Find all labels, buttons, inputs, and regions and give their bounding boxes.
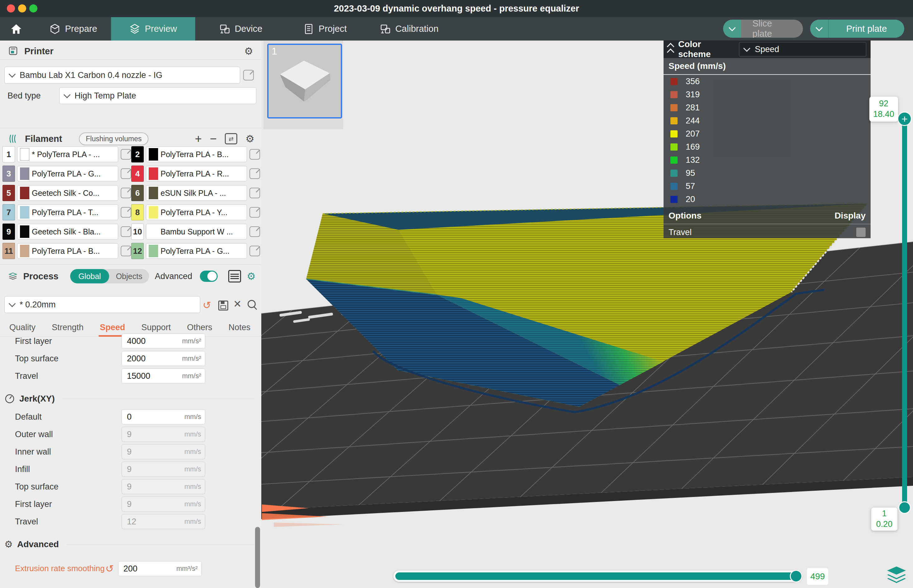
printer-edit-icon[interactable]: [243, 70, 254, 81]
filament-edit-icon[interactable]: [249, 168, 260, 179]
layers-icon[interactable]: [887, 567, 906, 583]
filament-select[interactable]: * PolyTerra PLA - ...: [17, 147, 118, 162]
ams-sync-icon[interactable]: ⇄: [225, 133, 237, 144]
remove-filament-button[interactable]: −: [210, 133, 217, 145]
slice-plate-dropdown[interactable]: [723, 19, 741, 38]
add-filament-button[interactable]: +: [195, 133, 202, 145]
home-button[interactable]: [4, 17, 28, 40]
bed-type-select[interactable]: High Temp Plate: [59, 87, 256, 104]
tab-strength[interactable]: Strength: [52, 323, 84, 332]
top-layer-height: 18.40: [873, 109, 894, 120]
travel-checkbox[interactable]: [856, 228, 866, 237]
tab-notes[interactable]: Notes: [229, 323, 251, 332]
tab-project[interactable]: Project: [297, 17, 353, 40]
first-layer-accel-input[interactable]: 4000 mm/s²: [121, 334, 205, 349]
printer-preset-select[interactable]: Bambu Lab X1 Carbon 0.4 nozzle - IG: [4, 67, 240, 84]
move-slider-handle[interactable]: [790, 570, 802, 582]
filament-select[interactable]: PolyTerra PLA - B...: [17, 243, 118, 259]
tab-prepare[interactable]: Prepare: [40, 17, 106, 40]
legend-row: 281: [664, 101, 871, 114]
filament-select[interactable]: PolyTerra PLA - T...: [17, 205, 118, 220]
setting-list-icon[interactable]: [228, 270, 241, 283]
print-plate-button[interactable]: Print plate: [810, 19, 904, 38]
tab-device[interactable]: Device: [210, 17, 272, 40]
filament-slot-12[interactable]: 12 PolyTerra PLA - G...: [131, 243, 260, 259]
layer-slider-top-handle[interactable]: +: [897, 111, 912, 126]
filament-slot-9[interactable]: 9 Geetech Silk - Bla...: [3, 223, 131, 240]
filament-edit-icon[interactable]: [121, 168, 131, 179]
printer-settings-gear-icon[interactable]: ⚙: [244, 46, 261, 56]
filament-slot-8[interactable]: 8 PolyTerra PLA - Y...: [131, 204, 260, 220]
jerk-outer-wall-input[interactable]: 9 mm/s: [121, 427, 205, 442]
advanced-toggle[interactable]: [200, 271, 218, 282]
sidebar-scrollbar[interactable]: [255, 527, 260, 588]
jerk-infill-input[interactable]: 9 mm/s: [121, 462, 205, 477]
filament-edit-icon[interactable]: [249, 188, 260, 198]
tab-preview[interactable]: Preview: [111, 17, 195, 40]
jerk-first-layer-input[interactable]: 9 mm/s: [121, 497, 205, 512]
tab-quality[interactable]: Quality: [9, 323, 36, 332]
filament-slot-1[interactable]: 1 * PolyTerra PLA - ...: [3, 146, 131, 162]
filament-slot-6[interactable]: 6 eSUN Silk PLA - ...: [131, 185, 260, 201]
layer-slider-bottom-handle[interactable]: [898, 501, 911, 514]
extrusion-rate-smoothing-input[interactable]: 200 mm³/s²: [118, 561, 202, 576]
collapse-panel-icon[interactable]: [668, 44, 673, 55]
jerk-inner-wall-input[interactable]: 9 mm/s: [121, 444, 205, 459]
jerk-default-input[interactable]: 0 mm/s: [121, 409, 205, 424]
filament-edit-icon[interactable]: [121, 207, 131, 218]
tab-calibration[interactable]: Calibration: [372, 17, 446, 40]
filament-slot-4[interactable]: 4 PolyTerra PLA - R...: [131, 166, 260, 182]
jerk-travel-input[interactable]: 12 mm/s: [121, 514, 205, 529]
filament-slot-7[interactable]: 7 PolyTerra PLA - T...: [3, 204, 131, 220]
delete-preset-icon[interactable]: ✕: [233, 298, 242, 310]
filament-slot-3[interactable]: 3 PolyTerra PLA - G...: [3, 166, 131, 182]
filament-select[interactable]: PolyTerra PLA - G...: [17, 166, 118, 181]
filament-select[interactable]: PolyTerra PLA - R...: [146, 166, 247, 181]
filament-edit-icon[interactable]: [249, 207, 260, 218]
filament-edit-icon[interactable]: [121, 226, 131, 237]
filament-slot-10[interactable]: 10 Bambu Support W ...: [131, 223, 260, 240]
layer-slider-track[interactable]: [902, 119, 907, 508]
tab-support[interactable]: Support: [141, 323, 171, 332]
filament-color-swatch: [149, 206, 158, 218]
viewport-3d[interactable]: 1 Color scheme Speed Speed (mm/s) 356 31…: [261, 40, 913, 588]
filament-edit-icon[interactable]: [249, 149, 260, 160]
search-settings-icon[interactable]: ⚙: [247, 271, 261, 281]
filament-select[interactable]: Bambu Support W ...: [146, 224, 247, 239]
slice-plate-button[interactable]: Slice plate: [723, 19, 803, 38]
objects-toggle-option[interactable]: Objects: [109, 272, 149, 281]
filament-select[interactable]: PolyTerra PLA - G...: [146, 243, 247, 259]
search-preset-icon[interactable]: [247, 300, 256, 308]
process-preset-select[interactable]: * 0.20mm: [4, 296, 200, 313]
reset-value-icon[interactable]: ↺: [105, 563, 114, 575]
filament-slot-11[interactable]: 11 PolyTerra PLA - B...: [3, 243, 131, 259]
filament-edit-icon[interactable]: [249, 246, 260, 256]
filament-edit-icon[interactable]: [121, 188, 131, 198]
top-surface-accel-input[interactable]: 2000 mm/s²: [121, 351, 205, 366]
reset-preset-icon[interactable]: ↺: [203, 299, 211, 311]
plate-thumbnail-1[interactable]: 1: [267, 44, 342, 118]
filament-select[interactable]: Geetech Silk - Co...: [17, 185, 118, 201]
color-scheme-select[interactable]: Speed: [739, 42, 866, 57]
filament-slot-5[interactable]: 5 Geetech Silk - Co...: [3, 185, 131, 201]
save-preset-icon[interactable]: [218, 300, 228, 310]
jerk-top-surface-input[interactable]: 9 mm/s: [121, 479, 205, 494]
bottom-layer-height: 0.20: [876, 519, 893, 530]
filament-select[interactable]: PolyTerra PLA - Y...: [146, 205, 247, 220]
global-toggle-option[interactable]: Global: [70, 269, 109, 283]
global-objects-toggle[interactable]: Global Objects: [70, 269, 149, 283]
filament-edit-icon[interactable]: [121, 246, 131, 256]
filament-edit-icon[interactable]: [121, 149, 131, 160]
print-plate-dropdown[interactable]: [810, 19, 829, 38]
filament-select[interactable]: Geetech Silk - Bla...: [17, 224, 118, 239]
filament-select[interactable]: PolyTerra PLA - B...: [146, 147, 247, 162]
filament-settings-gear-icon[interactable]: ⚙: [246, 134, 254, 144]
filament-number-badge: 4: [131, 166, 144, 182]
tab-others[interactable]: Others: [187, 323, 212, 332]
filament-slot-2[interactable]: 2 PolyTerra PLA - B...: [131, 146, 260, 162]
travel-accel-input[interactable]: 15000 mm/s²: [121, 368, 205, 383]
filament-select[interactable]: eSUN Silk PLA - ...: [146, 185, 247, 201]
flushing-volumes-button[interactable]: Flushing volumes: [79, 132, 149, 145]
tab-speed[interactable]: Speed: [100, 323, 125, 332]
filament-edit-icon[interactable]: [249, 226, 260, 237]
